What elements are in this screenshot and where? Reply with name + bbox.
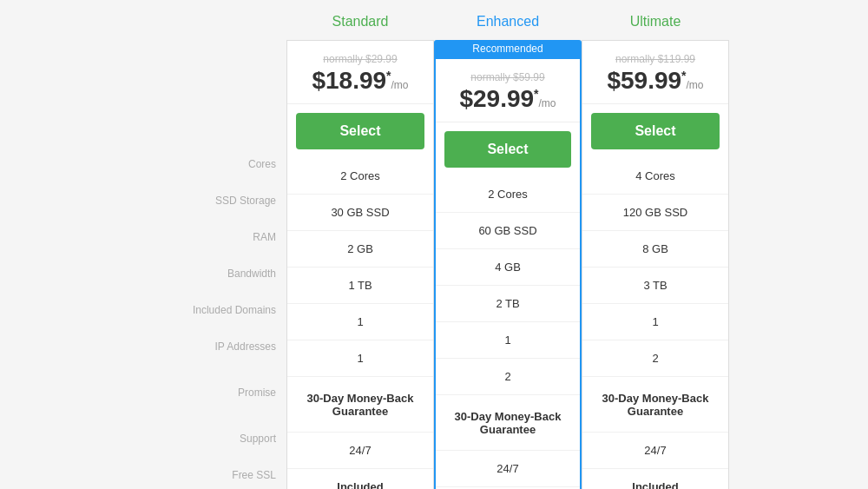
plan-enhanced-support: 24/7 — [436, 451, 580, 487]
plan-enhanced-ram: 4 GB — [436, 249, 580, 286]
plan-standard-ip: 1 — [287, 340, 433, 377]
plan-standard-normal-price: normally $29.99 — [296, 53, 424, 65]
plan-enhanced-main-price: $29.99*/mo — [444, 85, 571, 113]
plan-standard-ssd: 30 GB SSD — [287, 195, 433, 231]
plan-ultimate-promise: 30-Day Money-Back Guarantee — [582, 377, 728, 433]
select-button-enhanced-top[interactable]: Select — [444, 131, 571, 168]
label-ssl: Free SSL — [139, 457, 286, 489]
label-ip: IP Addresses — [139, 328, 286, 365]
plan-standard-ram: 2 GB — [287, 231, 433, 268]
plan-standard-top: Standard — [332, 17, 389, 40]
plan-ultimate-per-mo: /mo — [687, 79, 704, 91]
plan-standard-per-mo: /mo — [391, 79, 409, 91]
plan-ultimate-ssl: Included — [582, 469, 728, 489]
plan-ultimate-cores: 4 Cores — [582, 158, 728, 195]
plan-ultimate-price-value: $59.99 — [607, 67, 681, 94]
plan-standard-support: 24/7 — [287, 433, 433, 469]
plan-standard-cores: 2 Cores — [287, 158, 433, 195]
plan-enhanced: Enhanced Recommended normally $59.99 $29… — [434, 17, 582, 489]
plan-enhanced-top: Enhanced — [477, 17, 539, 40]
plan-standard-price-value: $18.99 — [312, 67, 386, 94]
plan-enhanced-promise: 30-Day Money-Back Guarantee — [436, 395, 580, 451]
plan-ultimate-top: Ultimate — [630, 17, 681, 40]
label-domains: Included Domains — [139, 292, 286, 328]
plan-ultimate-ip: 2 — [582, 340, 728, 377]
pricing-container: Cores SSD Storage RAM Bandwidth Included… — [139, 17, 729, 489]
plan-standard-card: normally $29.99 $18.99*/mo Select 2 Core… — [286, 40, 434, 489]
plan-enhanced-card: normally $59.99 $29.99*/mo Select 2 Core… — [434, 57, 582, 489]
plan-standard-ssl: Included — [287, 469, 433, 489]
plan-enhanced-bandwidth: 2 TB — [436, 286, 580, 322]
plan-standard-bandwidth: 1 TB — [287, 268, 433, 304]
plan-enhanced-name: Enhanced — [477, 9, 539, 35]
plan-standard-name: Standard — [332, 9, 389, 35]
plan-ultimate-bandwidth: 3 TB — [582, 268, 728, 304]
plan-enhanced-badge: Recommended — [434, 40, 582, 57]
plan-ultimate-card: normally $119.99 $59.99*/mo Select 4 Cor… — [582, 40, 729, 489]
plan-enhanced-ip: 2 — [436, 359, 580, 395]
plan-standard-main-price: $18.99*/mo — [296, 67, 424, 95]
labels-column: Cores SSD Storage RAM Bandwidth Included… — [139, 17, 286, 489]
plan-enhanced-price-section: normally $59.99 $29.99*/mo — [436, 59, 580, 122]
label-ssd: SSD Storage — [139, 182, 286, 219]
label-promise: Promise — [139, 365, 286, 420]
plan-enhanced-price-value: $29.99 — [459, 85, 534, 112]
plan-ultimate-ssd: 120 GB SSD — [582, 195, 728, 231]
plan-enhanced-cores: 2 Cores — [436, 176, 580, 213]
plan-enhanced-per-mo: /mo — [539, 97, 556, 109]
plan-ultimate-support: 24/7 — [582, 433, 728, 469]
plan-standard: Standard normally $29.99 $18.99*/mo Sele… — [286, 17, 434, 489]
plan-ultimate-normal-price: normally $119.99 — [591, 53, 720, 65]
select-button-ultimate-top[interactable]: Select — [591, 113, 720, 149]
label-bandwidth: Bandwidth — [139, 255, 286, 292]
plan-enhanced-ssd: 60 GB SSD — [436, 213, 580, 249]
label-support: Support — [139, 420, 286, 457]
plan-standard-domains: 1 — [287, 304, 433, 340]
plan-ultimate-domains: 1 — [582, 304, 728, 340]
plan-standard-price-section: normally $29.99 $18.99*/mo — [287, 41, 433, 104]
plan-ultimate: Ultimate normally $119.99 $59.99*/mo Sel… — [582, 17, 729, 489]
plan-ultimate-ram: 8 GB — [582, 231, 728, 268]
plan-ultimate-name: Ultimate — [630, 9, 681, 35]
plan-ultimate-price-section: normally $119.99 $59.99*/mo — [582, 41, 728, 104]
label-ram: RAM — [139, 219, 286, 255]
plan-enhanced-domains: 1 — [436, 322, 580, 359]
select-button-standard-top[interactable]: Select — [296, 113, 424, 149]
plan-ultimate-main-price: $59.99*/mo — [591, 67, 720, 95]
label-cores: Cores — [139, 146, 286, 182]
plan-enhanced-normal-price: normally $59.99 — [444, 71, 571, 83]
plan-standard-promise: 30-Day Money-Back Guarantee — [287, 377, 433, 433]
